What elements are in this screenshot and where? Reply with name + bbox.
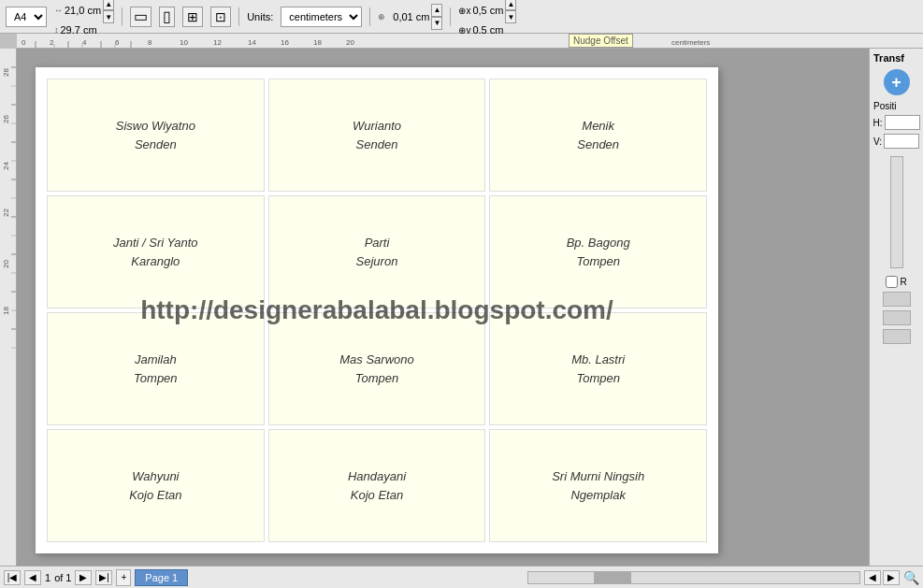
label-line1-3: Janti / Sri Yanto [113, 234, 198, 252]
nudge-group: 0,01 cm ▲ ▼ [393, 4, 442, 30]
add-page-btn[interactable]: + [116, 569, 131, 586]
label-line1-1: Wurianto [353, 117, 401, 136]
label-line1-9: Wahyuni [132, 467, 179, 486]
svg-text:26: 26 [2, 115, 10, 123]
label-line1-4: Parti [365, 234, 390, 252]
svg-text:10: 10 [180, 38, 188, 47]
ruler-left: 28 26 24 22 20 18 [0, 49, 17, 566]
last-page-btn[interactable]: ▶| [95, 570, 112, 585]
bottom-scrollbar[interactable] [527, 571, 860, 584]
r-checkbox[interactable] [886, 276, 898, 288]
label-line1-6: Jamilah [135, 351, 177, 369]
width-icon: ↔ [54, 6, 63, 15]
scroll-arrows: ◀ ▶ [864, 570, 900, 585]
h-row: H: [873, 115, 920, 130]
portrait-btn[interactable]: ▭ [130, 7, 151, 27]
canvas-area: http://designerabalabal.blogspot.com/ Si… [17, 49, 869, 566]
bottom-bar: |◀ ◀ 1 of 1 ▶ ▶| + Page 1 ◀ ▶ 🔍 [0, 566, 923, 588]
nudge-up-btn[interactable]: ▲ [431, 4, 442, 17]
small-box-3 [883, 329, 911, 344]
zoom-icon[interactable]: 🔍 [903, 570, 919, 585]
svg-text:16: 16 [281, 38, 289, 47]
label-cell-3: Janti / Sri Yanto Karanglo [47, 195, 265, 308]
label-line2-2: Senden [577, 136, 619, 154]
small-box-2 [883, 310, 911, 325]
page-dimensions: ↔ 21,0 cm ▲ ▼ ↕ 29,7 cm [54, 0, 114, 36]
checkbox-row: R [886, 276, 906, 288]
label-line1-11: Sri Murni Ningsih [552, 467, 644, 486]
label-line2-6: Tompen [134, 369, 178, 388]
svg-text:20: 20 [346, 38, 354, 47]
width-up-btn[interactable]: ▲ [103, 0, 114, 10]
label-line1-10: Handayani [348, 467, 406, 486]
label-line1-5: Bp. Bagong [567, 234, 630, 252]
main-area: 28 26 24 22 20 18 http:/ [0, 49, 923, 566]
nudge-value: 0,01 cm [393, 11, 429, 22]
nudge-down-btn[interactable]: ▼ [431, 17, 442, 30]
label-line1-0: Siswo Wiyatno [116, 117, 195, 136]
small-box-1 [883, 292, 911, 307]
landscape-btn[interactable]: ▯ [159, 7, 175, 27]
page-size-dropdown[interactable]: A4 [6, 7, 47, 27]
label-line2-8: Tompen [576, 369, 620, 388]
transform-panel-title: Transf [873, 52, 919, 64]
h-input[interactable] [885, 115, 920, 130]
label-cell-5: Bp. Bagong Tompen [489, 195, 707, 308]
svg-text:24: 24 [2, 162, 10, 170]
pos-x-up-btn[interactable]: ▲ [505, 0, 516, 10]
scroll-left-btn[interactable]: ◀ [864, 570, 881, 585]
label-cell-4: Parti Sejuron [268, 195, 486, 308]
next-page-btn[interactable]: ▶ [75, 570, 92, 585]
pos-x-down-btn[interactable]: ▼ [505, 10, 516, 23]
page-tab[interactable]: Page 1 [135, 569, 188, 586]
label-cell-8: Mb. Lastri Tompen [489, 312, 707, 425]
page-of: of 1 [54, 572, 71, 583]
scroll-thumb [594, 572, 631, 583]
page-current: 1 [45, 572, 50, 583]
label-line2-3: Karanglo [131, 252, 180, 271]
separator-2 [238, 7, 239, 26]
layout-btn1[interactable]: ⊞ [182, 7, 203, 27]
label-cell-1: Wurianto Senden [268, 79, 486, 192]
svg-text:14: 14 [248, 38, 256, 47]
layout-btn2[interactable]: ⊡ [210, 7, 231, 27]
width-down-btn[interactable]: ▼ [103, 10, 114, 23]
h-label: H: [873, 118, 883, 128]
page-width-value: 21,0 cm [65, 5, 101, 16]
svg-text:20: 20 [2, 260, 10, 268]
label-line2-1: Senden [356, 136, 398, 154]
scroll-right-btn[interactable]: ▶ [883, 570, 900, 585]
label-line2-9: Kojo Etan [129, 486, 181, 505]
label-line2-5: Tompen [576, 252, 620, 271]
units-dropdown[interactable]: centimeters [281, 7, 362, 27]
label-line1-7: Mas Sarwono [339, 351, 413, 369]
v-label: V: [873, 136, 882, 147]
nudge-icon: ⊕ [378, 12, 385, 22]
units-label: Units: [247, 11, 273, 22]
first-page-btn[interactable]: |◀ [4, 570, 21, 585]
prev-page-btn[interactable]: ◀ [24, 570, 41, 585]
label-cell-11: Sri Murni Ningsih Ngemplak [489, 429, 707, 542]
pos-x-label: ⊕x [458, 6, 470, 16]
document-page: http://designerabalabal.blogspot.com/ Si… [36, 67, 718, 553]
label-line2-7: Tompen [355, 369, 399, 388]
right-scrollbar[interactable] [890, 156, 903, 268]
label-cell-7: Mas Sarwono Tompen [268, 312, 486, 425]
v-row: V: [873, 134, 919, 149]
label-cell-6: Jamilah Tompen [47, 312, 265, 425]
label-line2-0: Senden [135, 136, 177, 154]
svg-text:8: 8 [148, 38, 152, 47]
v-input[interactable] [884, 134, 919, 149]
label-line1-2: Menik [582, 117, 614, 136]
svg-text:12: 12 [213, 38, 222, 47]
label-cell-9: Wahyuni Kojo Etan [47, 429, 265, 542]
r-checkbox-label: R [900, 277, 906, 287]
separator-4 [450, 7, 451, 26]
position-group: ⊕x 0,5 cm ▲ ▼ ⊕y 0,5 cm [458, 0, 516, 36]
label-cell-2: Menik Senden [489, 79, 707, 192]
ruler-top: 0 2 4 6 8 10 12 14 16 18 20 centimeters … [17, 34, 923, 49]
add-button[interactable]: + [884, 69, 910, 95]
label-cell-10: Handayani Kojo Etan [268, 429, 486, 542]
label-line2-11: Ngemplak [570, 486, 626, 505]
separator-1 [122, 7, 123, 26]
